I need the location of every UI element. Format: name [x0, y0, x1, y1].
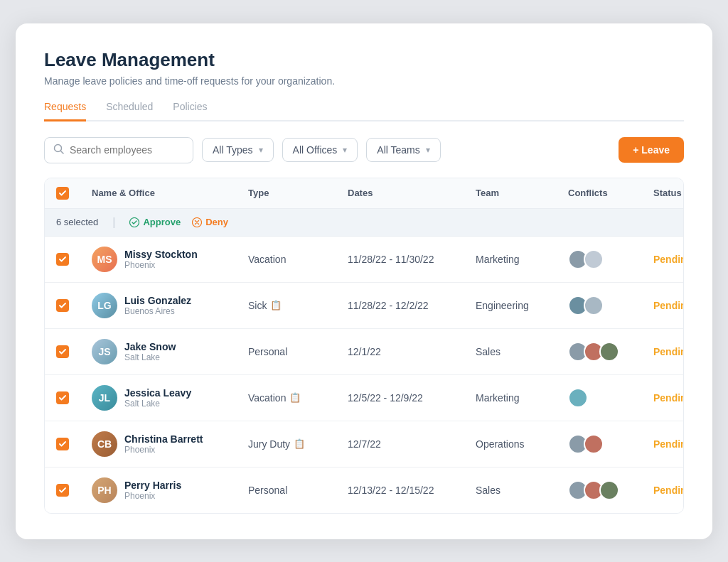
- row-checkbox[interactable]: [56, 299, 69, 312]
- conflicts-cell: [568, 249, 653, 269]
- conflict-avatar: [599, 480, 619, 500]
- team-cell: Sales: [476, 346, 568, 357]
- toolbar: All Types ▾ All Offices ▾ All Teams ▾ + …: [44, 137, 684, 163]
- tab-requests[interactable]: Requests: [44, 101, 86, 121]
- employee-office: Phoenix: [124, 445, 203, 455]
- avatar: JL: [92, 385, 117, 411]
- selection-count: 6 selected: [56, 217, 98, 227]
- row-checkbox-cell[interactable]: [56, 345, 92, 358]
- team-cell: Marketing: [476, 392, 568, 404]
- svg-line-1: [61, 151, 64, 153]
- page-subtitle: Manage leave policies and time-off reque…: [44, 75, 684, 87]
- team-cell: Marketing: [476, 254, 568, 265]
- document-icon: 📋: [270, 300, 282, 310]
- table-body: MS Missy Stockton Phoenix Vacation 11/28…: [45, 237, 683, 513]
- status-badge: Pending: [653, 392, 684, 404]
- employee-office: Salt Lake: [124, 352, 176, 362]
- deny-action[interactable]: Deny: [192, 217, 228, 227]
- conflicts-cell: [568, 388, 653, 408]
- row-checkbox[interactable]: [56, 438, 69, 450]
- team-cell: Engineering: [476, 300, 568, 311]
- conflict-avatar: [584, 434, 604, 454]
- conflict-avatar: [599, 342, 619, 362]
- selection-bar: 6 selected | Approve Deny: [45, 209, 683, 237]
- name-info: Perry Harris Phoenix: [124, 480, 181, 501]
- teams-dropdown[interactable]: All Teams ▾: [366, 138, 440, 162]
- row-checkbox[interactable]: [56, 484, 69, 497]
- status-badge: Pending: [653, 485, 684, 496]
- tab-scheduled[interactable]: Scheduled: [106, 101, 153, 121]
- table-row: PH Perry Harris Phoenix Personal 12/13/2…: [45, 468, 683, 513]
- deny-icon: [192, 217, 202, 227]
- conflict-avatar: [584, 249, 604, 269]
- add-leave-button[interactable]: + Leave: [619, 137, 684, 163]
- name-info: Luis Gonzalez Buenos Aires: [124, 295, 191, 316]
- chevron-down-icon: ▾: [426, 145, 430, 155]
- status-badge: Pending: [653, 300, 684, 311]
- name-cell: LG Luis Gonzalez Buenos Aires: [92, 293, 248, 318]
- type-cell: Personal: [248, 346, 348, 357]
- name-cell: MS Missy Stockton Phoenix: [92, 247, 248, 272]
- row-checkbox-cell[interactable]: [56, 484, 92, 497]
- conflict-avatar: [584, 296, 604, 315]
- row-checkbox[interactable]: [56, 345, 69, 358]
- conflict-avatars: [568, 480, 619, 500]
- table-row: JS Jake Snow Salt Lake Personal 12/1/22 …: [45, 329, 683, 375]
- dates-cell: 11/28/22 - 11/30/22: [348, 254, 476, 265]
- conflict-avatars: [568, 434, 604, 454]
- row-checkbox-cell[interactable]: [56, 391, 92, 404]
- col-type: Type: [248, 188, 348, 198]
- approve-action[interactable]: Approve: [129, 217, 181, 227]
- tab-bar: Requests Scheduled Policies: [44, 101, 684, 121]
- offices-dropdown[interactable]: All Offices ▾: [282, 138, 358, 162]
- col-team: Team: [476, 188, 568, 198]
- row-checkbox-cell[interactable]: [56, 253, 92, 266]
- name-info: Jessica Leavy Salt Lake: [124, 387, 191, 409]
- conflict-avatars: [568, 388, 588, 408]
- table-header: Name & Office Type Dates Team Conflicts …: [45, 178, 683, 209]
- col-status: Status: [653, 188, 684, 198]
- svg-point-2: [130, 217, 139, 227]
- search-input[interactable]: [70, 144, 184, 156]
- conflict-avatars: [568, 249, 604, 269]
- selection-divider: |: [112, 216, 115, 229]
- row-checkbox-cell[interactable]: [56, 438, 92, 450]
- team-cell: Sales: [476, 485, 568, 496]
- row-checkbox-cell[interactable]: [56, 299, 92, 312]
- name-cell: JL Jessica Leavy Salt Lake: [92, 385, 248, 411]
- page-title: Leave Management: [44, 49, 684, 71]
- header-checkbox-cell[interactable]: [56, 187, 92, 200]
- chevron-down-icon: ▾: [343, 145, 347, 155]
- employee-name: Christina Barrett: [124, 433, 203, 445]
- type-cell: Personal: [248, 485, 348, 496]
- employee-name: Luis Gonzalez: [124, 295, 191, 306]
- document-icon: 📋: [289, 392, 301, 403]
- row-checkbox[interactable]: [56, 253, 69, 266]
- table-row: LG Luis Gonzalez Buenos Aires Sick 📋 11/…: [45, 283, 683, 329]
- conflict-avatars: [568, 296, 604, 315]
- table-row: MS Missy Stockton Phoenix Vacation 11/28…: [45, 237, 683, 283]
- name-info: Christina Barrett Phoenix: [124, 433, 203, 455]
- name-cell: JS Jake Snow Salt Lake: [92, 339, 248, 364]
- employee-office: Buenos Aires: [124, 306, 191, 316]
- select-all-checkbox[interactable]: [56, 187, 69, 200]
- conflicts-cell: [568, 434, 653, 454]
- type-cell: Vacation: [248, 254, 348, 265]
- types-dropdown[interactable]: All Types ▾: [202, 138, 274, 162]
- type-cell: Sick 📋: [248, 300, 348, 311]
- col-dates: Dates: [348, 188, 476, 198]
- search-icon: [53, 144, 64, 157]
- tab-policies[interactable]: Policies: [173, 101, 207, 121]
- status-badge: Pending: [653, 254, 684, 265]
- search-box[interactable]: [44, 137, 193, 163]
- table-row: CB Christina Barrett Phoenix Jury Duty 📋…: [45, 421, 683, 468]
- conflicts-cell: [568, 296, 653, 315]
- dates-cell: 11/28/22 - 12/2/22: [348, 300, 476, 311]
- employee-office: Phoenix: [124, 260, 198, 270]
- type-cell: Jury Duty 📋: [248, 438, 348, 450]
- employee-name: Jessica Leavy: [124, 387, 191, 399]
- avatar: LG: [92, 293, 117, 318]
- dates-cell: 12/7/22: [348, 438, 476, 450]
- chevron-down-icon: ▾: [259, 145, 263, 155]
- row-checkbox[interactable]: [56, 391, 69, 404]
